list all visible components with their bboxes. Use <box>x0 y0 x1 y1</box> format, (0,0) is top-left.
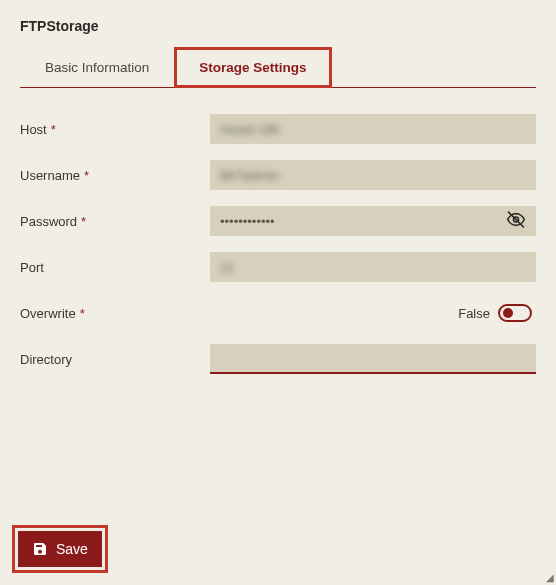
label-overwrite-text: Overwrite <box>20 306 76 321</box>
overwrite-control: False <box>210 304 536 322</box>
password-value: •••••••••••• <box>220 214 275 229</box>
username-input[interactable]: BKTadmin <box>210 160 536 190</box>
required-mark: * <box>80 306 85 321</box>
row-host: Host * Hostd 196 <box>20 114 536 144</box>
row-directory: Directory <box>20 344 536 374</box>
toggle-knob <box>503 308 513 318</box>
port-value: 21 <box>220 260 234 275</box>
username-value: BKTadmin <box>220 168 279 183</box>
host-value: Hostd 196 <box>220 122 279 137</box>
label-port: Port <box>20 260 210 275</box>
directory-input[interactable] <box>210 344 536 374</box>
host-input[interactable]: Hostd 196 <box>210 114 536 144</box>
label-overwrite: Overwrite * <box>20 306 210 321</box>
tab-bar: Basic Information Storage Settings <box>20 46 536 88</box>
label-username-text: Username <box>20 168 80 183</box>
label-directory: Directory <box>20 352 210 367</box>
password-input[interactable]: •••••••••••• <box>210 206 536 236</box>
save-button[interactable]: Save <box>18 531 102 567</box>
required-mark: * <box>84 168 89 183</box>
required-mark: * <box>81 214 86 229</box>
row-password: Password * •••••••••••• <box>20 206 536 236</box>
row-overwrite: Overwrite * False <box>20 298 536 328</box>
label-password: Password * <box>20 214 210 229</box>
label-directory-text: Directory <box>20 352 72 367</box>
overwrite-value-label: False <box>458 306 490 321</box>
form-storage-settings: Host * Hostd 196 Username * BKTadmin Pas… <box>0 88 556 374</box>
label-host-text: Host <box>20 122 47 137</box>
port-input[interactable]: 21 <box>210 252 536 282</box>
label-port-text: Port <box>20 260 44 275</box>
label-username: Username * <box>20 168 210 183</box>
label-host: Host * <box>20 122 210 137</box>
overwrite-toggle[interactable] <box>498 304 532 322</box>
eye-off-icon[interactable] <box>506 210 526 233</box>
save-icon <box>32 541 48 557</box>
tab-storage-settings[interactable]: Storage Settings <box>174 47 331 88</box>
page-title: FTPStorage <box>0 0 556 46</box>
save-button-label: Save <box>56 541 88 557</box>
resize-handle-icon: ◢ <box>546 572 554 583</box>
required-mark: * <box>51 122 56 137</box>
tab-basic-information[interactable]: Basic Information <box>20 47 174 88</box>
row-username: Username * BKTadmin <box>20 160 536 190</box>
label-password-text: Password <box>20 214 77 229</box>
save-highlight: Save <box>12 525 108 573</box>
row-port: Port 21 <box>20 252 536 282</box>
